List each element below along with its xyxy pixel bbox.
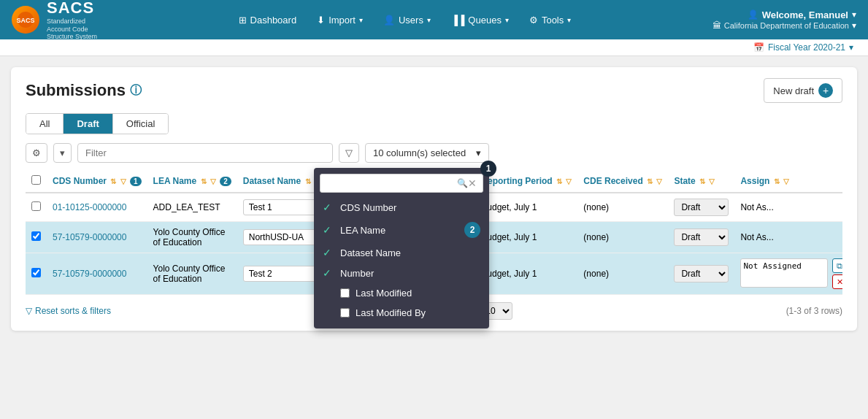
last-modified-by-checkbox[interactable] xyxy=(340,308,350,318)
tab-all[interactable]: All xyxy=(26,114,64,134)
row2-state-cell: Draft Official xyxy=(668,222,734,253)
row3-clear-button[interactable]: ✕ xyxy=(832,274,842,289)
row3-select-cell xyxy=(26,253,47,295)
assign-header: Assign ⇅ ▽ xyxy=(734,170,842,193)
column-select-button[interactable]: 10 column(s) selected ▾ xyxy=(365,143,489,163)
filter-input[interactable] xyxy=(77,143,333,163)
fiscal-year-selector[interactable]: 📅 Fiscal Year 2020-21 ▾ xyxy=(753,42,853,53)
dropdown-item-dataset[interactable]: ✓ Dataset Name xyxy=(314,242,489,263)
logo-area: SACS SACS StandardizedAccount CodeStruct… xyxy=(12,0,97,41)
tab-official[interactable]: Official xyxy=(113,114,169,134)
nav-import[interactable]: ⬇ Import ▾ xyxy=(308,10,372,30)
dropdown-item-last-modified-by-label: Last Modified By xyxy=(356,307,426,318)
row1-rp-value: Budget, July 1 xyxy=(481,202,537,212)
last-modified-checkbox[interactable] xyxy=(340,288,350,298)
check-icon: ✓ xyxy=(323,224,334,236)
state-label: State xyxy=(674,176,695,186)
nav-users[interactable]: 👤 Users ▾ xyxy=(375,10,439,30)
row2-assign-value: Not As... xyxy=(740,232,773,242)
row2-rp-value: Budget, July 1 xyxy=(481,232,537,242)
row1-cds-link[interactable]: 01-10125-0000000 xyxy=(53,202,126,212)
dropdown-item-last-modified-label: Last Modified xyxy=(356,288,412,299)
row2-dataset-input[interactable] xyxy=(243,229,323,245)
row2-checkbox[interactable] xyxy=(31,231,41,241)
new-draft-button[interactable]: New draft + xyxy=(764,78,842,103)
nav-queues[interactable]: ▐▐ Queues ▾ xyxy=(442,10,518,30)
calendar-icon: 📅 xyxy=(753,42,764,53)
row3-state-select[interactable]: Draft Official xyxy=(674,265,729,282)
user-dropdown-arrow-icon: ▾ xyxy=(852,9,856,20)
row3-dataset-input[interactable] xyxy=(243,266,323,282)
help-icon[interactable]: ⓘ xyxy=(130,83,142,99)
check-icon: ✓ xyxy=(323,267,334,279)
row2-lea-cell: Yolo County Office of Education xyxy=(147,222,237,253)
row1-assign-cell: Not As... xyxy=(734,193,842,222)
nav-dashboard[interactable]: ⊞ Dashboard xyxy=(230,10,306,30)
nav-tools[interactable]: ⚙ Tools ▾ xyxy=(521,10,580,30)
row3-state-cell: Draft Official xyxy=(668,253,734,295)
dropdown-item-number-label: Number xyxy=(340,268,374,279)
tab-all-label: All xyxy=(39,118,50,129)
row3-cds-link[interactable]: 57-10579-0000000 xyxy=(53,269,126,279)
lea-filter-icon[interactable]: ▽ xyxy=(210,177,216,185)
cds-filter-icon[interactable]: ▽ xyxy=(120,177,126,185)
row1-lea-value: ADD_LEA_TEST xyxy=(153,202,220,212)
row3-assign-textarea[interactable]: Not Assigned xyxy=(740,258,828,288)
nav-dashboard-label: Dashboard xyxy=(250,15,297,26)
select-all-checkbox[interactable] xyxy=(31,175,41,185)
nav-tools-label: Tools xyxy=(542,15,564,26)
lea-sort-icon[interactable]: ⇅ xyxy=(201,177,207,185)
row2-lea-value: Yolo County Office of Education xyxy=(153,227,226,247)
assign-sort-icon[interactable]: ⇅ xyxy=(774,177,780,185)
fiscal-year-arrow-icon: ▾ xyxy=(849,42,853,53)
rp-sort-icon[interactable]: ⇅ xyxy=(556,177,562,185)
dropdown-item-last-modified[interactable]: Last Modified xyxy=(314,283,489,303)
step1-badge: 1 xyxy=(480,161,496,177)
dropdown-item-cds[interactable]: ✓ CDS Number xyxy=(314,197,489,218)
row1-dataset-input[interactable] xyxy=(243,199,323,215)
rows-count: (1-3 of 3 rows) xyxy=(786,306,842,316)
dashboard-icon: ⊞ xyxy=(239,15,247,26)
nav-queues-label: Queues xyxy=(468,15,502,26)
search-clear-icon[interactable]: ✕ xyxy=(468,177,477,189)
row1-cds-cell: 01-10125-0000000 xyxy=(47,193,147,222)
rp-filter-icon[interactable]: ▽ xyxy=(566,177,572,185)
user-area[interactable]: 👤 Welcome, Emanuel ▾ 🏛 California Depart… xyxy=(713,9,856,31)
row1-assign-value: Not As... xyxy=(740,202,773,212)
dataset-sort-icon[interactable]: ⇅ xyxy=(305,177,311,185)
cds-sort-icon[interactable]: ⇅ xyxy=(110,177,116,185)
expand-button[interactable]: ▾ xyxy=(53,143,72,163)
dropdown-search-input[interactable] xyxy=(326,178,457,188)
filter-icon-button[interactable]: ▽ xyxy=(339,143,359,163)
row2-cds-cell: 57-10579-0000000 xyxy=(47,222,147,253)
reset-sorts-filters-link[interactable]: ▽ Reset sorts & filters xyxy=(26,306,111,316)
cds-filter-badge: 1 xyxy=(130,177,142,186)
row1-checkbox[interactable] xyxy=(31,201,41,211)
tab-draft[interactable]: Draft xyxy=(64,114,112,134)
dropdown-item-lea[interactable]: ✓ LEA Name 2 xyxy=(314,218,489,242)
gear-button[interactable]: ⚙ xyxy=(26,143,47,163)
reset-label: Reset sorts & filters xyxy=(35,306,111,316)
cde-filter-icon[interactable]: ▽ xyxy=(656,177,662,185)
logo-icon: SACS xyxy=(12,6,39,34)
state-filter-icon[interactable]: ▽ xyxy=(709,177,715,185)
dropdown-item-last-modified-by[interactable]: Last Modified By xyxy=(314,303,489,323)
row1-rp-cell: Budget, July 1 xyxy=(475,193,577,222)
row2-cds-link[interactable]: 57-10579-0000000 xyxy=(53,232,126,242)
logo-sub: StandardizedAccount CodeStructure System xyxy=(47,18,97,41)
cde-sort-icon[interactable]: ⇅ xyxy=(647,177,653,185)
row1-state-select[interactable]: Draft Official xyxy=(674,199,729,216)
assign-filter-icon[interactable]: ▽ xyxy=(783,177,789,185)
state-sort-icon[interactable]: ⇅ xyxy=(699,177,705,185)
row1-state-cell: Draft Official xyxy=(668,193,734,222)
page-title-text: Submissions xyxy=(26,81,126,100)
user-org: California Department of Education xyxy=(724,21,849,30)
row3-assign-icons: ⧉ ✕ xyxy=(832,258,842,289)
dropdown-item-number[interactable]: ✓ Number xyxy=(314,263,489,283)
row1-select-cell xyxy=(26,193,47,222)
cds-number-header: CDS Number ⇅ ▽ 1 xyxy=(47,170,147,193)
row3-copy-button[interactable]: ⧉ xyxy=(832,258,842,273)
row2-state-select[interactable]: Draft Official xyxy=(674,228,729,246)
queues-arrow-icon: ▾ xyxy=(505,16,509,24)
row3-checkbox[interactable] xyxy=(31,268,41,277)
